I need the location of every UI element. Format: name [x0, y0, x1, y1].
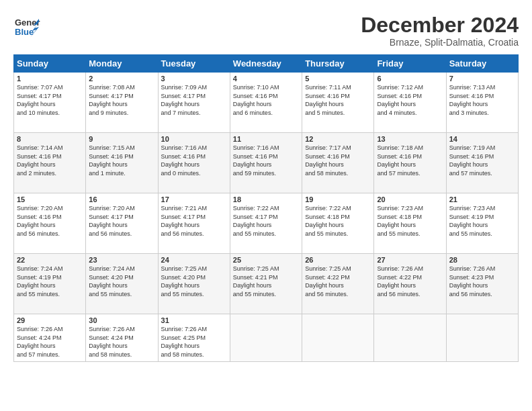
- day-number: 30: [89, 316, 154, 324]
- day-info: Sunrise: 7:08 AMSunset: 4:17 PMDaylight …: [89, 83, 154, 117]
- calendar-week-5: 29Sunrise: 7:26 AMSunset: 4:24 PMDayligh…: [14, 314, 519, 361]
- day-number: 2: [89, 75, 154, 83]
- calendar-cell: 31Sunrise: 7:26 AMSunset: 4:25 PMDayligh…: [158, 314, 230, 361]
- logo: General Blue: [13, 13, 40, 43]
- day-number: 22: [17, 256, 83, 264]
- day-number: 17: [161, 195, 227, 203]
- day-number: 19: [305, 195, 371, 203]
- day-number: 13: [377, 135, 443, 143]
- calendar-cell: 21Sunrise: 7:23 AMSunset: 4:19 PMDayligh…: [446, 193, 518, 254]
- day-number: 23: [89, 256, 154, 264]
- day-info: Sunrise: 7:24 AMSunset: 4:20 PMDaylight …: [89, 265, 154, 298]
- calendar-week-1: 1Sunrise: 7:07 AMSunset: 4:17 PMDaylight…: [14, 73, 519, 133]
- day-number: 15: [17, 195, 83, 203]
- day-number: 10: [161, 135, 227, 143]
- day-info: Sunrise: 7:19 AMSunset: 4:16 PMDaylight …: [449, 144, 515, 177]
- day-header-saturday: Saturday: [446, 55, 518, 73]
- day-info: Sunrise: 7:12 AMSunset: 4:16 PMDaylight …: [377, 83, 443, 117]
- calendar-cell: 6Sunrise: 7:12 AMSunset: 4:16 PMDaylight…: [374, 73, 446, 133]
- calendar-cell: 30Sunrise: 7:26 AMSunset: 4:24 PMDayligh…: [86, 314, 158, 361]
- main-title: December 2024: [361, 13, 519, 37]
- day-header-monday: Monday: [86, 55, 158, 73]
- calendar-cell: [446, 314, 518, 361]
- day-number: 6: [377, 75, 443, 83]
- day-info: Sunrise: 7:09 AMSunset: 4:17 PMDaylight …: [161, 83, 227, 117]
- day-number: 28: [449, 256, 515, 264]
- day-info: Sunrise: 7:26 AMSunset: 4:23 PMDaylight …: [449, 265, 515, 298]
- calendar-cell: 14Sunrise: 7:19 AMSunset: 4:16 PMDayligh…: [446, 133, 518, 193]
- day-number: 26: [305, 256, 371, 264]
- day-header-thursday: Thursday: [302, 55, 374, 73]
- day-info: Sunrise: 7:23 AMSunset: 4:18 PMDaylight …: [377, 204, 443, 238]
- calendar-cell: 11Sunrise: 7:16 AMSunset: 4:16 PMDayligh…: [230, 133, 302, 193]
- day-info: Sunrise: 7:11 AMSunset: 4:16 PMDaylight …: [305, 83, 371, 117]
- page: General Blue December 2024 Brnaze, Split…: [0, 0, 532, 411]
- day-number: 21: [449, 195, 515, 203]
- calendar-cell: [302, 314, 374, 361]
- day-number: 1: [17, 75, 83, 83]
- day-info: Sunrise: 7:24 AMSunset: 4:19 PMDaylight …: [17, 265, 83, 298]
- calendar-week-4: 22Sunrise: 7:24 AMSunset: 4:19 PMDayligh…: [14, 254, 519, 314]
- day-info: Sunrise: 7:10 AMSunset: 4:16 PMDaylight …: [233, 83, 299, 117]
- svg-text:Blue: Blue: [15, 27, 34, 37]
- day-header-friday: Friday: [374, 55, 446, 73]
- calendar-cell: 10Sunrise: 7:16 AMSunset: 4:16 PMDayligh…: [158, 133, 230, 193]
- calendar-cell: 5Sunrise: 7:11 AMSunset: 4:16 PMDaylight…: [302, 73, 374, 133]
- day-number: 12: [305, 135, 371, 143]
- calendar-cell: 25Sunrise: 7:25 AMSunset: 4:21 PMDayligh…: [230, 254, 302, 314]
- day-info: Sunrise: 7:16 AMSunset: 4:16 PMDaylight …: [233, 144, 299, 177]
- day-info: Sunrise: 7:26 AMSunset: 4:24 PMDaylight …: [89, 325, 154, 359]
- calendar-cell: 29Sunrise: 7:26 AMSunset: 4:24 PMDayligh…: [14, 314, 86, 361]
- calendar-cell: 18Sunrise: 7:22 AMSunset: 4:17 PMDayligh…: [230, 193, 302, 254]
- calendar-cell: 2Sunrise: 7:08 AMSunset: 4:17 PMDaylight…: [86, 73, 158, 133]
- day-number: 18: [233, 195, 299, 203]
- day-info: Sunrise: 7:22 AMSunset: 4:18 PMDaylight …: [305, 204, 371, 238]
- day-number: 7: [449, 75, 515, 83]
- calendar-table: SundayMondayTuesdayWednesdayThursdayFrid…: [13, 54, 519, 361]
- day-number: 31: [161, 316, 227, 324]
- calendar-cell: 17Sunrise: 7:21 AMSunset: 4:17 PMDayligh…: [158, 193, 230, 254]
- calendar-cell: [230, 314, 302, 361]
- day-number: 9: [89, 135, 154, 143]
- calendar-week-2: 8Sunrise: 7:14 AMSunset: 4:16 PMDaylight…: [14, 133, 519, 193]
- calendar-week-3: 15Sunrise: 7:20 AMSunset: 4:16 PMDayligh…: [14, 193, 519, 254]
- day-number: 11: [233, 135, 299, 143]
- calendar-cell: 16Sunrise: 7:20 AMSunset: 4:17 PMDayligh…: [86, 193, 158, 254]
- calendar-cell: 19Sunrise: 7:22 AMSunset: 4:18 PMDayligh…: [302, 193, 374, 254]
- subtitle: Brnaze, Split-Dalmatia, Croatia: [361, 37, 519, 48]
- day-number: 3: [161, 75, 227, 83]
- calendar-cell: 23Sunrise: 7:24 AMSunset: 4:20 PMDayligh…: [86, 254, 158, 314]
- calendar-cell: 4Sunrise: 7:10 AMSunset: 4:16 PMDaylight…: [230, 73, 302, 133]
- day-number: 27: [377, 256, 443, 264]
- calendar-cell: 20Sunrise: 7:23 AMSunset: 4:18 PMDayligh…: [374, 193, 446, 254]
- calendar-cell: 12Sunrise: 7:17 AMSunset: 4:16 PMDayligh…: [302, 133, 374, 193]
- day-info: Sunrise: 7:15 AMSunset: 4:16 PMDaylight …: [89, 144, 154, 177]
- day-info: Sunrise: 7:13 AMSunset: 4:16 PMDaylight …: [449, 83, 515, 117]
- calendar-cell: 9Sunrise: 7:15 AMSunset: 4:16 PMDaylight…: [86, 133, 158, 193]
- calendar-cell: 1Sunrise: 7:07 AMSunset: 4:17 PMDaylight…: [14, 73, 86, 133]
- calendar-cell: 15Sunrise: 7:20 AMSunset: 4:16 PMDayligh…: [14, 193, 86, 254]
- calendar-cell: 7Sunrise: 7:13 AMSunset: 4:16 PMDaylight…: [446, 73, 518, 133]
- day-info: Sunrise: 7:20 AMSunset: 4:17 PMDaylight …: [89, 204, 154, 238]
- day-info: Sunrise: 7:25 AMSunset: 4:21 PMDaylight …: [233, 265, 299, 298]
- day-number: 5: [305, 75, 371, 83]
- day-info: Sunrise: 7:23 AMSunset: 4:19 PMDaylight …: [449, 204, 515, 238]
- day-number: 16: [89, 195, 154, 203]
- calendar-cell: 27Sunrise: 7:26 AMSunset: 4:22 PMDayligh…: [374, 254, 446, 314]
- day-number: 29: [17, 316, 83, 324]
- logo-icon: General Blue: [13, 13, 40, 40]
- day-header-sunday: Sunday: [14, 55, 86, 73]
- day-info: Sunrise: 7:14 AMSunset: 4:16 PMDaylight …: [17, 144, 83, 177]
- day-info: Sunrise: 7:17 AMSunset: 4:16 PMDaylight …: [305, 144, 371, 177]
- calendar-cell: [374, 314, 446, 361]
- day-info: Sunrise: 7:26 AMSunset: 4:22 PMDaylight …: [377, 265, 443, 298]
- day-info: Sunrise: 7:22 AMSunset: 4:17 PMDaylight …: [233, 204, 299, 238]
- header: General Blue December 2024 Brnaze, Split…: [13, 13, 519, 48]
- day-number: 25: [233, 256, 299, 264]
- day-info: Sunrise: 7:26 AMSunset: 4:24 PMDaylight …: [17, 325, 83, 359]
- calendar-cell: 13Sunrise: 7:18 AMSunset: 4:16 PMDayligh…: [374, 133, 446, 193]
- day-info: Sunrise: 7:20 AMSunset: 4:16 PMDaylight …: [17, 204, 83, 238]
- day-header-tuesday: Tuesday: [158, 55, 230, 73]
- calendar-cell: 28Sunrise: 7:26 AMSunset: 4:23 PMDayligh…: [446, 254, 518, 314]
- day-number: 4: [233, 75, 299, 83]
